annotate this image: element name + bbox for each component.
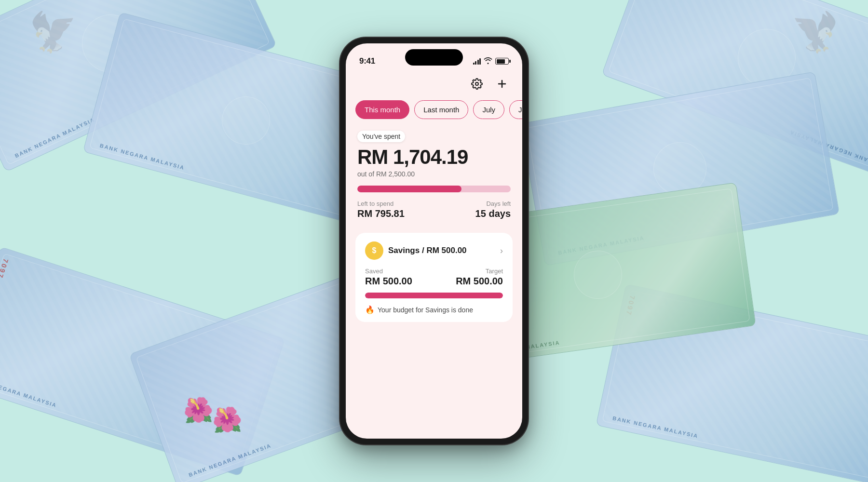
signal-bar-3 (477, 60, 479, 65)
bird-right-decoration: 🦅 (791, 10, 839, 55)
period-tabs: This month Last month July June (355, 100, 513, 119)
saved-label: Saved (365, 268, 412, 275)
savings-chevron-icon: › (500, 246, 503, 256)
left-to-spend: Left to spend RM 795.81 (357, 200, 405, 219)
settings-button[interactable] (468, 75, 486, 93)
spending-progress-bar (357, 186, 511, 192)
wifi-icon (484, 57, 492, 66)
left-label: Left to spend (357, 200, 405, 207)
fire-icon: 🔥 (365, 305, 375, 314)
signal-bar-2 (475, 61, 476, 65)
days-left: Days left 15 days (475, 200, 511, 219)
target-amount-section: Target RM 500.00 (456, 268, 503, 287)
savings-done-banner: 🔥 Your budget for Savings is done (365, 305, 503, 322)
phone-screen: 9:41 (346, 43, 522, 439)
signal-icon (473, 58, 481, 65)
target-label: Target (456, 268, 503, 275)
tab-june[interactable]: June (509, 100, 522, 119)
dynamic-island (405, 49, 463, 66)
spent-amount: RM 1,704.19 (357, 146, 511, 168)
signal-bar-1 (473, 63, 475, 65)
savings-icon-letter: $ (372, 246, 377, 255)
flower-decoration-1: 🌺 (183, 396, 213, 424)
savings-icon: $ (365, 241, 383, 260)
status-time: 9:41 (359, 56, 375, 66)
battery-icon (495, 58, 509, 65)
savings-header-left: $ Savings / RM 500.00 (365, 241, 467, 260)
savings-done-text: Your budget for Savings is done (378, 306, 473, 314)
signal-bar-4 (479, 58, 481, 65)
add-button[interactable] (493, 75, 511, 93)
status-icons (473, 57, 509, 66)
saved-value: RM 500.00 (365, 276, 412, 287)
spent-of: out of RM 2,500.00 (357, 170, 511, 178)
phone-frame: 9:41 (340, 38, 528, 444)
savings-progress-fill (365, 293, 503, 298)
top-actions (355, 71, 513, 100)
left-value: RM 795.81 (357, 208, 405, 219)
savings-title: Savings / RM 500.00 (388, 246, 467, 255)
battery-fill (497, 59, 505, 64)
spending-progress-fill (357, 186, 461, 192)
tab-this-month[interactable]: This month (355, 100, 409, 119)
savings-header: $ Savings / RM 500.00 › (365, 241, 503, 260)
spent-label: You've spent (357, 131, 405, 142)
savings-progress-bar (365, 293, 503, 298)
spending-section: You've spent RM 1,704.19 out of RM 2,500… (355, 131, 513, 229)
target-value: RM 500.00 (456, 276, 503, 287)
savings-stats-row: Saved RM 500.00 Target RM 500.00 (365, 268, 503, 287)
days-label: Days left (475, 200, 511, 207)
tab-last-month[interactable]: Last month (414, 100, 468, 119)
days-value: 15 days (475, 208, 511, 219)
screen-content: This month Last month July June You've s… (346, 71, 522, 439)
saved-amount-section: Saved RM 500.00 (365, 268, 412, 287)
bird-left-decoration: 🦅 (29, 10, 77, 55)
flower-decoration-2: 🌺 (212, 406, 242, 434)
tab-july[interactable]: July (473, 100, 504, 119)
savings-card[interactable]: $ Savings / RM 500.00 › Saved RM 500.00 (355, 233, 513, 322)
stats-row: Left to spend RM 795.81 Days left 15 day… (357, 200, 511, 219)
